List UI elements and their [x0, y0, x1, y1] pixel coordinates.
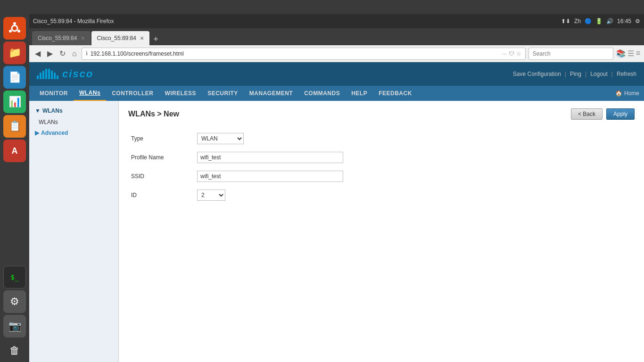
- taskbar-time: 16:45: [617, 18, 631, 25]
- nav-monitor[interactable]: MONITOR: [34, 86, 74, 101]
- bookmark-icon: 🛡: [509, 50, 514, 57]
- home-icon: 🏠: [615, 90, 622, 97]
- os-titlebar: Cisco_55:89:84 - Mozilla Firefox ⬆⬇ Zh 🔵…: [29, 14, 644, 28]
- cisco-main: WLANs > New < Back Apply Type WLAN Guest…: [119, 101, 644, 362]
- more-icon: ···: [502, 50, 507, 57]
- type-label: Type: [128, 129, 194, 148]
- nav-commands[interactable]: COMMANDS: [298, 86, 346, 101]
- library-icon: 📚: [616, 49, 626, 58]
- id-select[interactable]: 1 2 3 4 5: [197, 189, 225, 201]
- cisco-logo: cisco: [37, 68, 93, 80]
- settings-icon[interactable]: ⚙: [3, 290, 26, 313]
- trash-icon[interactable]: 🗑: [3, 339, 26, 362]
- sidebar-advanced-arrow: ▶: [35, 130, 39, 136]
- id-row: ID 1 2 3 4 5: [128, 186, 635, 205]
- reload-button[interactable]: ↻: [58, 48, 67, 59]
- nav-icons: 📚 ☰ ≡: [616, 49, 640, 58]
- tab-1[interactable]: Cisco_55:89:84 ×: [32, 31, 91, 45]
- nav-wlans[interactable]: WLANs: [74, 86, 106, 101]
- sidebar-toggle-icon: ☰: [627, 49, 634, 58]
- form-table: Type WLAN Guest LAN Remote LAN Profile N…: [128, 129, 635, 205]
- nav-management[interactable]: MANAGEMENT: [244, 86, 298, 101]
- nav-security[interactable]: SECURITY: [202, 86, 244, 101]
- nav-bar: ◀ ▶ ↻ ⌂ ℹ 192.168.1.100/screens/frameset…: [29, 45, 644, 62]
- cisco-logo-bars: [37, 69, 58, 79]
- id-value: 1 2 3 4 5: [194, 186, 635, 205]
- page-header: WLANs > New < Back Apply: [128, 108, 635, 120]
- id-label: ID: [128, 186, 194, 205]
- taskbar-bt-icon: 🔵: [585, 18, 592, 25]
- cisco-sidebar: ▼ WLANs WLANs ▶ Advanced: [29, 101, 119, 362]
- profile-name-value: [194, 148, 635, 167]
- bar7: [54, 73, 56, 79]
- tab-2[interactable]: Cisco_55:89:84 ×: [91, 31, 150, 45]
- home-label: Home: [624, 90, 639, 97]
- ssid-value: [194, 167, 635, 186]
- back-button[interactable]: < Back: [571, 108, 603, 120]
- tab-1-close[interactable]: ×: [81, 34, 84, 42]
- new-tab-button[interactable]: +: [150, 34, 161, 44]
- svg-point-2: [13, 22, 16, 25]
- profile-name-input[interactable]: [197, 152, 343, 163]
- ubuntu-sidebar: 📁 📄 📊 📋 A $_ ⚙ 📷 🗑: [0, 14, 29, 362]
- taskbar-volume-icon: 🔊: [606, 18, 613, 25]
- nav-home[interactable]: 🏠 Home: [615, 90, 639, 97]
- search-input[interactable]: [528, 48, 613, 60]
- bar8: [57, 75, 58, 79]
- btn-actions: < Back Apply: [571, 108, 635, 120]
- nav-feedback[interactable]: FEEDBACK: [373, 86, 418, 101]
- logout-link[interactable]: Logout: [590, 71, 608, 77]
- forward-button[interactable]: ▶: [45, 48, 55, 59]
- ssid-row: SSID: [128, 167, 635, 186]
- bar6: [51, 71, 53, 79]
- type-select[interactable]: WLAN Guest LAN Remote LAN: [197, 133, 244, 144]
- type-row: Type WLAN Guest LAN Remote LAN: [128, 129, 635, 148]
- refresh-link[interactable]: Refresh: [617, 71, 636, 77]
- back-button[interactable]: ◀: [33, 48, 42, 59]
- calc-icon[interactable]: 📊: [3, 90, 26, 113]
- tab-1-title: Cisco_55:89:84: [38, 35, 77, 41]
- sidebar-item-wlans[interactable]: WLANs: [29, 117, 118, 127]
- bar1: [37, 75, 39, 79]
- terminal-icon[interactable]: $_: [3, 266, 26, 288]
- impress-icon[interactable]: 📋: [3, 115, 26, 138]
- tab-2-close[interactable]: ×: [140, 34, 144, 42]
- cisco-header: cisco Save Configuration | Ping | Logout…: [29, 62, 644, 86]
- ubuntu-icon[interactable]: [3, 17, 26, 40]
- browser-area: Cisco_55:89:84 - Mozilla Firefox ⬆⬇ Zh 🔵…: [29, 14, 644, 362]
- cisco-top-right: Save Configuration | Ping | Logout | Ref…: [513, 71, 636, 77]
- apply-button[interactable]: Apply: [606, 108, 635, 120]
- profile-name-row: Profile Name: [128, 148, 635, 167]
- nav-wireless[interactable]: WIRELESS: [159, 86, 202, 101]
- lock-icon: ℹ: [86, 50, 88, 57]
- taskbar-battery-icon: 🔋: [595, 18, 603, 25]
- nav-controller[interactable]: CONTROLLER: [106, 86, 159, 101]
- star-icon: ☆: [516, 50, 521, 57]
- taskbar-power-icon: ⚙: [635, 18, 640, 25]
- taskbar-status-icon: ⬆⬇: [561, 18, 570, 25]
- sidebar-wlans-header[interactable]: ▼ WLANs: [29, 105, 118, 117]
- camera-icon[interactable]: 📷: [3, 315, 26, 337]
- titlebar-right: ⬆⬇ Zh 🔵 🔋 🔊 16:45 ⚙: [561, 18, 640, 25]
- menu-icon: ≡: [636, 49, 640, 58]
- ping-link[interactable]: Ping: [570, 71, 581, 77]
- bar5: [48, 69, 50, 79]
- ssid-input[interactable]: [197, 171, 343, 182]
- save-config-link[interactable]: Save Configuration: [513, 71, 561, 77]
- writer-icon[interactable]: 📄: [3, 66, 26, 89]
- svg-point-4: [9, 30, 12, 33]
- home-button[interactable]: ⌂: [70, 49, 79, 59]
- os-window-title: Cisco_55:89:84 - Mozilla Firefox: [33, 18, 114, 25]
- taskbar-zh-icon: Zh: [574, 18, 581, 25]
- tab-2-title: Cisco_55:89:84: [97, 35, 136, 41]
- files-icon[interactable]: 📁: [3, 41, 26, 64]
- apps-icon[interactable]: A: [3, 140, 26, 162]
- sidebar-advanced-header[interactable]: ▶ Advanced: [29, 127, 118, 139]
- nav-help[interactable]: HELP: [346, 86, 373, 101]
- bar3: [42, 71, 44, 79]
- cisco-nav: MONITOR WLANs CONTROLLER WIRELESS SECURI…: [29, 86, 644, 101]
- address-bar[interactable]: ℹ 192.168.1.100/screens/frameset.html ··…: [82, 48, 526, 60]
- cisco-logo-text: cisco: [62, 68, 93, 80]
- tab-bar: Cisco_55:89:84 × Cisco_55:89:84 × +: [29, 28, 644, 45]
- titlebar-left: Cisco_55:89:84 - Mozilla Firefox: [33, 18, 114, 25]
